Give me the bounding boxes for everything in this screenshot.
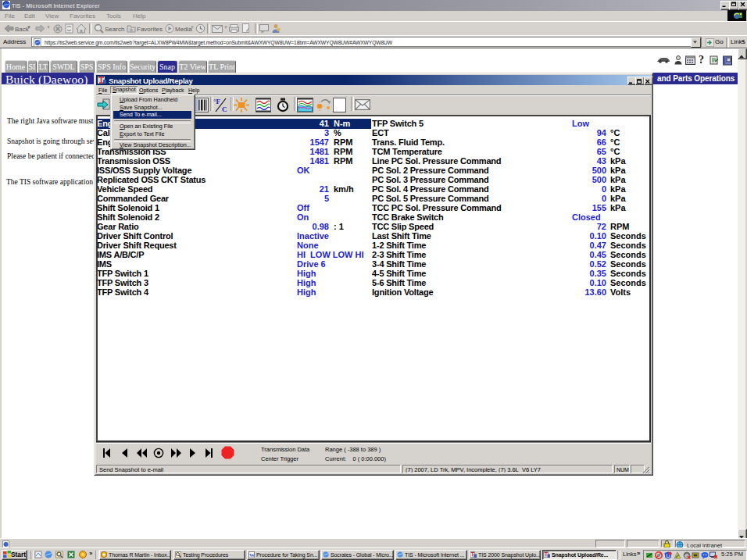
svg-text:C: C (222, 105, 227, 112)
svg-text:W: W (249, 552, 255, 558)
svg-text:°F: °F (213, 98, 221, 105)
